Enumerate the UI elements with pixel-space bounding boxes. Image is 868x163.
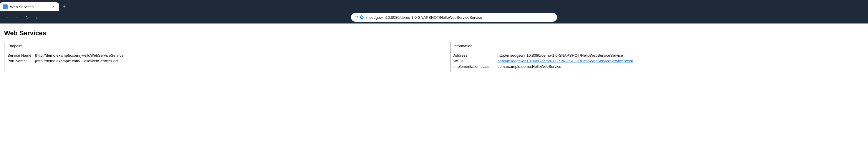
port-name-value: {http://demo.example.com/}HelloWebServic… (35, 59, 118, 63)
home-button[interactable]: ⌂ (33, 13, 41, 22)
address-label: Address: (454, 53, 498, 57)
impl-label: Implementation class: (454, 64, 498, 69)
services-table: Endpoint Information Service Name: {http… (4, 42, 862, 72)
wsdl-link[interactable]: http://msedgewin10:8080/demo-1.0-SNAPSHO… (498, 59, 633, 63)
browser-chrome: Web Services × + ← → ↻ ⌂ 🛡 msedgewin10:8… (0, 0, 868, 24)
svg-point-0 (4, 5, 6, 7)
security-icon: 🛡 (354, 15, 358, 19)
browser-tab[interactable]: Web Services × (0, 2, 59, 11)
address-input[interactable]: 🛡 msedgewin10:8080/demo-1.0-SNAPSHOT/Hel… (351, 13, 557, 22)
edge-browser-icon (360, 15, 364, 19)
port-name-row: Port Name: {http://demo.example.com/}Hel… (7, 59, 447, 63)
port-name-label: Port Name: (7, 59, 34, 63)
back-button[interactable]: ← (3, 13, 11, 22)
url-text: msedgewin10:8080/demo-1.0-SNAPSHOT/Hello… (366, 15, 482, 20)
tab-close-button[interactable]: × (51, 4, 56, 9)
table-row: Service Name: {http://demo.example.com/}… (4, 50, 862, 72)
tab-bar: Web Services × + (0, 0, 868, 11)
col-endpoint-header: Endpoint (4, 42, 451, 50)
wsdl-label: WSDL: (454, 59, 498, 63)
service-name-row: Service Name: {http://demo.example.com/}… (7, 53, 447, 57)
tab-favicon-icon (3, 4, 8, 9)
address-row: Address: http://msedgewin10:8080/demo-1.… (454, 53, 859, 57)
page-content: Web Services Endpoint Information Servic… (0, 24, 868, 141)
col-information-header: Information (450, 42, 862, 50)
forward-button[interactable]: → (13, 13, 21, 22)
address-value: http://msedgewin10:8080/demo-1.0-SNAPSHO… (498, 53, 623, 57)
tab-title: Web Services (10, 5, 48, 9)
endpoint-cell: Service Name: {http://demo.example.com/}… (4, 50, 451, 72)
service-name-value: {http://demo.example.com/}HelloWebServic… (35, 53, 124, 57)
wsdl-row: WSDL: http://msedgewin10:8080/demo-1.0-S… (454, 59, 859, 63)
impl-row: Implementation class: com.example.demo.H… (454, 64, 859, 69)
information-cell: Address: http://msedgewin10:8080/demo-1.… (450, 50, 862, 72)
page-title: Web Services (4, 29, 862, 37)
service-name-label: Service Name: (7, 53, 34, 57)
refresh-button[interactable]: ↻ (23, 13, 31, 22)
new-tab-button[interactable]: + (60, 2, 68, 10)
address-bar: ← → ↻ ⌂ 🛡 msedgewin10:8080/demo-1.0-SNAP… (0, 11, 868, 24)
impl-value: com.example.demo.HelloWebService (498, 64, 561, 69)
